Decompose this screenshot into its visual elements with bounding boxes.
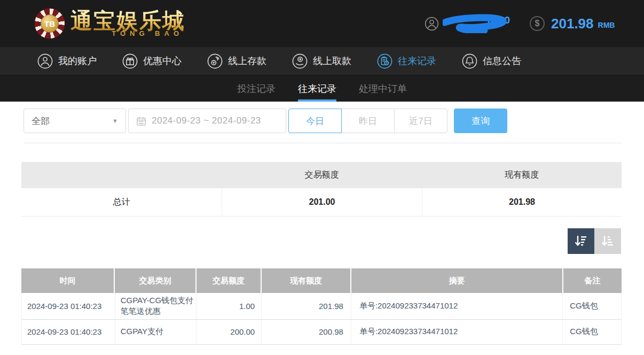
caret-down-icon: ▼ <box>112 118 118 124</box>
col-time: 时间 <box>21 268 115 293</box>
today-button[interactable]: 今日 <box>288 109 342 133</box>
summary-total-row: 总计 201.00 201.98 <box>21 188 622 217</box>
sort-ascending-button[interactable] <box>594 228 621 254</box>
summary-current-amount: 201.98 <box>422 188 622 216</box>
type-select[interactable]: 全部 ▼ <box>23 109 126 133</box>
sort-descending-button[interactable] <box>568 228 594 254</box>
table-row: 2024-09-23 01:40:23 CGPAY支付 200.00 200.9… <box>21 320 622 345</box>
cell-note: CG钱包 <box>563 293 621 319</box>
bell-icon <box>462 53 477 69</box>
dollar-icon: $ <box>530 16 545 31</box>
last7days-button[interactable]: 近7日 <box>394 109 447 133</box>
sort-desc-icon <box>574 234 588 248</box>
cell-time: 2024-09-23 01:40:23 <box>22 320 115 344</box>
summary-header-empty <box>21 162 222 188</box>
summary-header-trade-amount: 交易额度 <box>222 162 422 188</box>
balance-amount: 201.98 <box>551 16 594 32</box>
cell-summary: 单号:202409233734471012 <box>351 293 563 319</box>
casino-chip-icon: TB <box>34 8 65 39</box>
col-summary: 摘要 <box>351 268 563 293</box>
balance-area: $ 201.98 RMB <box>530 0 615 47</box>
nav-label: 优惠中心 <box>143 55 182 67</box>
date-range-value: 2024-09-23 ~ 2024-09-23 <box>152 115 261 126</box>
chip-monogram: TB <box>41 14 59 33</box>
nav-item-promotions[interactable]: 优惠中心 <box>122 53 182 69</box>
nav-label: 线上取款 <box>313 55 351 67</box>
site-subtitle: TONG BAO <box>70 29 185 37</box>
summary-header-row: 交易额度 现有额度 <box>21 162 622 188</box>
nav-label: 线上存款 <box>228 55 266 67</box>
nav-item-transaction-records[interactable]: 往来记录 <box>377 53 436 69</box>
nav-label: 我的账户 <box>58 55 97 67</box>
type-select-value: 全部 <box>32 115 50 127</box>
account-icon <box>37 53 53 69</box>
nav-label: 信息公告 <box>483 55 521 67</box>
user-icon <box>425 17 439 31</box>
col-type: 交易类别 <box>115 268 197 293</box>
date-range-input[interactable]: 2024-09-23 ~ 2024-09-23 <box>128 109 286 133</box>
gift-icon <box>122 53 138 69</box>
section-divider <box>23 143 622 143</box>
cell-balance: 200.98 <box>262 320 351 344</box>
nav-item-my-account[interactable]: 我的账户 <box>37 53 97 69</box>
withdraw-icon <box>292 53 308 69</box>
redaction-scribble <box>443 14 511 33</box>
nav-item-withdraw[interactable]: 线上取款 <box>292 53 351 69</box>
record-tabs: 投注记录 往来记录 处理中订单 <box>0 75 644 102</box>
calendar-icon <box>136 116 146 126</box>
cell-summary: 单号:202409233734471012 <box>351 320 563 344</box>
nav-item-deposit[interactable]: 线上存款 <box>207 53 266 69</box>
cell-type: CGPAY支付 <box>115 320 197 344</box>
cell-balance: 201.98 <box>262 293 351 319</box>
col-amount: 交易额度 <box>197 268 262 293</box>
tab-pending-orders[interactable]: 处理中订单 <box>359 75 407 102</box>
cell-time: 2024-09-23 01:40:23 <box>22 293 115 319</box>
main-nav: 我的账户 优惠中心 <box>0 47 644 75</box>
transactions-table: 时间 交易类别 交易额度 现有额度 摘要 备注 2024-09-23 01:40… <box>21 268 622 345</box>
username-redacted: 0500 <box>443 14 511 33</box>
nav-item-announcements[interactable]: 信息公告 <box>462 53 521 69</box>
col-balance: 现有额度 <box>262 268 351 293</box>
summary-header-current-amount: 现有额度 <box>422 162 622 188</box>
table-header-row: 时间 交易类别 交易额度 现有额度 摘要 备注 <box>21 268 622 293</box>
summary-table: 交易额度 现有额度 总计 201.00 201.98 <box>21 162 622 217</box>
sort-controls <box>568 228 621 254</box>
nav-label: 往来记录 <box>398 55 436 67</box>
sort-asc-icon <box>601 234 615 248</box>
user-account-area[interactable]: 0500 <box>425 0 511 47</box>
quick-range-group: 今日 昨日 近7日 <box>288 109 447 133</box>
summary-trade-amount: 201.00 <box>222 188 422 216</box>
table-row: 2024-09-23 01:40:23 CGPAY-CG钱包支付笔笔送优惠 1.… <box>21 293 622 320</box>
cell-amount: 1.00 <box>197 293 262 319</box>
cell-amount: 200.00 <box>197 320 262 344</box>
query-button[interactable]: 查询 <box>454 109 507 133</box>
col-note: 备注 <box>563 268 622 293</box>
tab-bet-records[interactable]: 投注记录 <box>237 75 276 102</box>
filter-bar: 全部 ▼ 2024-09-23 ~ 2024-09-23 今日 昨日 近7日 查… <box>0 109 644 133</box>
page: TB 通宝娱乐城 TONG BAO 0500 $ <box>0 0 644 355</box>
balance-currency: RMB <box>598 18 615 29</box>
yesterday-button[interactable]: 昨日 <box>341 109 395 133</box>
top-header-bar: TB 通宝娱乐城 TONG BAO 0500 $ <box>0 0 644 47</box>
deposit-icon <box>207 53 223 69</box>
tab-transaction-records[interactable]: 往来记录 <box>298 75 336 102</box>
summary-total-label: 总计 <box>21 188 222 216</box>
records-icon <box>377 53 392 69</box>
site-logo[interactable]: TB 通宝娱乐城 TONG BAO <box>34 8 185 39</box>
cell-note: CG钱包 <box>563 320 621 344</box>
cell-type: CGPAY-CG钱包支付笔笔送优惠 <box>115 293 197 319</box>
